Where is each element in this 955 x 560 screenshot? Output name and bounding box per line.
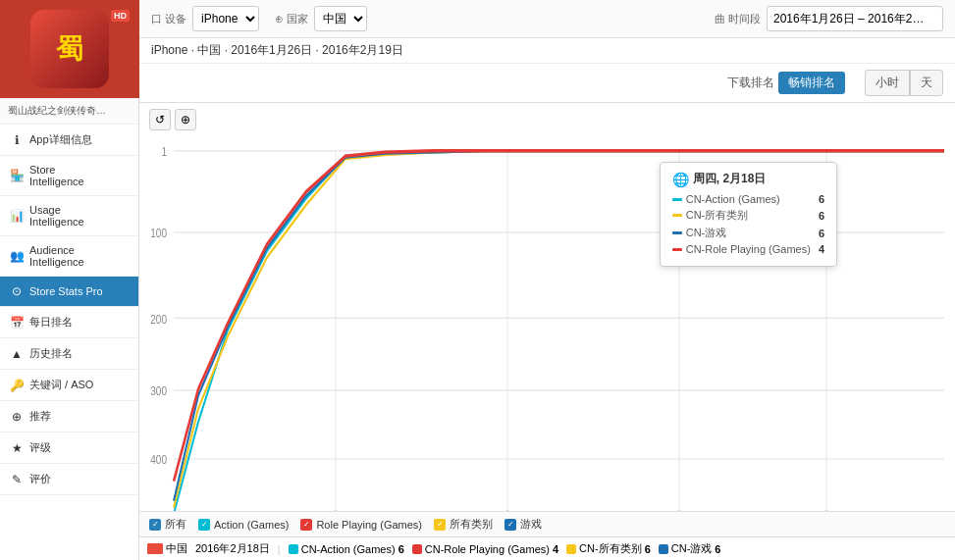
info-icon: ℹ: [10, 133, 24, 147]
legend-games[interactable]: ✓ 游戏: [504, 517, 542, 532]
edit-icon: ✎: [10, 473, 24, 486]
country-filter: ⊕ 国家 中国: [275, 6, 367, 31]
chart-tooltip: 🌐 周四, 2月18日 CN-Action (Games) 6 CN-所有类别 …: [660, 162, 837, 267]
legend-checkbox-all: ✓: [149, 519, 161, 531]
store-icon: 🏪: [10, 169, 24, 182]
sidebar-item-daily-rank[interactable]: 📅 每日排名: [0, 307, 138, 338]
tooltip-row-games: CN-游戏 6: [672, 226, 824, 240]
sidebar: 蜀 HD 蜀山战纪之剑侠传奇… ℹ App详细信息 🏪 StoreIntelli…: [0, 0, 139, 560]
legend-row: ✓ 所有 ✓ Action (Games) ✓ Role Playing (Ga…: [149, 517, 945, 532]
sidebar-item-app-detail[interactable]: ℹ App详细信息: [0, 125, 138, 156]
sidebar-item-review[interactable]: ✎ 评价: [0, 464, 138, 495]
legend-checkbox-games: ✓: [504, 519, 516, 531]
games-dot: [659, 544, 668, 554]
tooltip-row-action: CN-Action (Games) 6: [672, 193, 824, 205]
sidebar-item-rating[interactable]: ★ 评级: [0, 433, 138, 464]
legend-all[interactable]: ✓ 所有: [149, 517, 186, 532]
action-dot: [289, 544, 298, 554]
date-range-group: 曲 时间段: [715, 6, 943, 31]
action-color-dot: [672, 198, 682, 201]
svg-text:100: 100: [150, 226, 167, 241]
sidebar-item-keyword-aso[interactable]: 🔑 关键词 / ASO: [0, 370, 138, 401]
tab-bar: 下载排名 畅销排名 小时 天: [139, 64, 955, 103]
svg-text:300: 300: [150, 383, 167, 399]
data-item-role: CN-Role Playing (Games) 4: [412, 543, 558, 555]
device-label: 口 设备: [151, 12, 186, 26]
recommend-icon: ⊕: [10, 410, 24, 424]
stats-icon: ⊙: [10, 284, 24, 298]
country-select[interactable]: 中国: [314, 6, 367, 31]
date-label: 曲 时间段: [715, 12, 761, 26]
games-color-dot: [672, 231, 682, 234]
role-dot: [412, 544, 422, 554]
hd-badge: HD: [111, 10, 130, 22]
sidebar-item-store-intelligence[interactable]: 🏪 StoreIntelligence: [0, 156, 138, 196]
tooltip-row-all-cat: CN-所有类别 6: [672, 208, 824, 223]
zoom-button[interactable]: ⊕: [175, 109, 196, 130]
legend-checkbox-role: ✓: [300, 519, 312, 531]
usage-icon: 📊: [10, 209, 24, 223]
country-label: ⊕ 国家: [275, 12, 308, 26]
cn-flag-icon: [147, 543, 163, 554]
keyword-icon: 🔑: [10, 379, 24, 392]
tab-sales[interactable]: 畅销排名: [778, 72, 845, 94]
chart-area: ↺ ⊕ App Annie STORE STATS 1 100 200 300 …: [139, 103, 955, 511]
tooltip-row-role: CN-Role Playing (Games) 4: [672, 243, 824, 255]
globe-icon: 🌐: [672, 172, 689, 187]
history-icon: ▲: [10, 347, 24, 361]
tooltip-header: 🌐 周四, 2月18日: [672, 171, 824, 187]
svg-text:1: 1: [161, 144, 167, 160]
date-range-input[interactable]: [767, 6, 943, 31]
legend-checkbox-allcat: ✓: [434, 519, 446, 531]
sidebar-item-audience-intelligence[interactable]: 👥 AudienceIntelligence: [0, 236, 138, 277]
bottom-legend: ✓ 所有 ✓ Action (Games) ✓ Role Playing (Ga…: [139, 511, 955, 536]
device-select[interactable]: iPhone: [192, 6, 259, 31]
allcat-dot: [566, 544, 576, 554]
subtitle-text: iPhone · 中国 · 2016年1月26日 · 2016年2月19日: [151, 43, 403, 57]
legend-role[interactable]: ✓ Role Playing (Games): [300, 517, 422, 532]
app-logo: 蜀 HD: [0, 0, 139, 98]
top-bar: 口 设备 iPhone ⊕ 国家 中国 曲 时间段: [139, 0, 955, 38]
time-buttons: 小时 天: [865, 70, 943, 96]
calendar-icon: 📅: [10, 316, 24, 330]
audience-icon: 👥: [10, 249, 24, 263]
allcat-color-dot: [672, 214, 682, 217]
chart-controls: ↺ ⊕: [149, 109, 196, 130]
legend-checkbox-action: ✓: [198, 519, 210, 531]
star-icon: ★: [10, 441, 24, 455]
subtitle-bar: iPhone · 中国 · 2016年1月26日 · 2016年2月19日: [139, 38, 955, 64]
data-item-action: CN-Action (Games) 6: [289, 543, 404, 555]
svg-text:500: 500: [150, 508, 167, 511]
reset-button[interactable]: ↺: [149, 109, 171, 130]
svg-text:400: 400: [150, 452, 167, 468]
data-item-games: CN-游戏 6: [659, 541, 721, 556]
sidebar-item-recommend[interactable]: ⊕ 推荐: [0, 401, 138, 433]
hour-button[interactable]: 小时: [865, 70, 910, 96]
flag-cn: 中国: [147, 541, 187, 556]
sidebar-item-usage-intelligence[interactable]: 📊 UsageIntelligence: [0, 196, 138, 236]
main-content: 口 设备 iPhone ⊕ 国家 中国 曲 时间段 iPhone · 中国 · …: [139, 0, 955, 560]
legend-action[interactable]: ✓ Action (Games): [198, 517, 289, 532]
legend-all-cat[interactable]: ✓ 所有类别: [434, 517, 493, 532]
role-color-dot: [672, 248, 682, 251]
svg-text:200: 200: [150, 311, 167, 327]
app-name: 蜀山战纪之剑侠传奇…: [0, 98, 138, 125]
logo-icon: 蜀: [30, 10, 109, 88]
bottom-data-row: 中国 2016年2月18日 | CN-Action (Games) 6 CN-R…: [139, 536, 955, 560]
sidebar-item-store-stats-pro[interactable]: ⊙ Store Stats Pro: [0, 277, 138, 307]
sidebar-item-history-rank[interactable]: ▲ 历史排名: [0, 338, 138, 370]
day-button[interactable]: 天: [910, 70, 943, 96]
device-filter: 口 设备 iPhone: [151, 6, 259, 31]
tab-download[interactable]: 下载排名: [727, 75, 774, 91]
data-item-allcat: CN-所有类别 6: [566, 541, 651, 556]
